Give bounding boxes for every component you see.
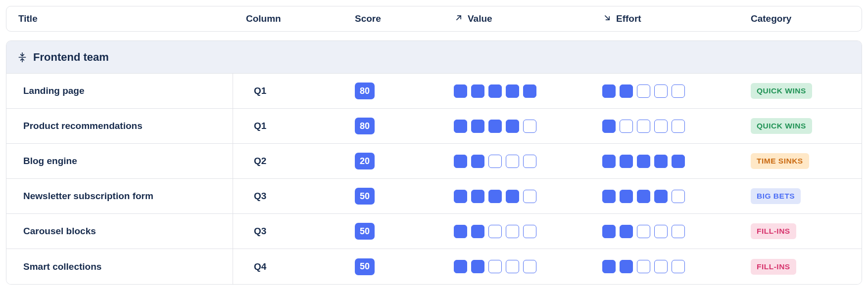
cell-score[interactable]: 50 (355, 258, 454, 275)
effort-box[interactable] (602, 225, 616, 238)
cell-value[interactable] (454, 155, 602, 168)
effort-box[interactable] (637, 84, 650, 98)
value-box[interactable] (506, 190, 519, 203)
cell-value[interactable] (454, 190, 602, 203)
effort-box[interactable] (654, 120, 668, 133)
cell-category[interactable]: FILL-INS (751, 223, 850, 239)
effort-box[interactable] (672, 225, 685, 238)
table-row[interactable]: Newsletter subscription formQ350BIG BETS (6, 179, 862, 214)
cell-effort[interactable] (602, 155, 751, 168)
cell-title[interactable]: Newsletter subscription form (18, 191, 246, 202)
cell-category[interactable]: TIME SINKS (751, 153, 850, 169)
effort-box[interactable] (602, 260, 616, 273)
value-box[interactable] (506, 225, 519, 238)
cell-score[interactable]: 80 (355, 83, 454, 99)
cell-title[interactable]: Landing page (18, 85, 246, 96)
effort-box[interactable] (637, 190, 650, 203)
effort-box[interactable] (620, 155, 633, 168)
effort-box[interactable] (637, 260, 650, 273)
value-box[interactable] (506, 260, 519, 273)
value-box[interactable] (523, 120, 536, 133)
effort-box[interactable] (654, 190, 668, 203)
value-box[interactable] (523, 155, 536, 168)
cell-effort[interactable] (602, 120, 751, 133)
value-box[interactable] (488, 120, 502, 133)
table-row[interactable]: Landing pageQ180QUICK WINS (6, 74, 862, 109)
cell-column[interactable]: Q4 (246, 261, 355, 272)
value-box[interactable] (488, 155, 502, 168)
header-value[interactable]: Value (454, 13, 602, 25)
effort-box[interactable] (672, 120, 685, 133)
header-category[interactable]: Category (751, 13, 850, 24)
cell-column[interactable]: Q3 (246, 226, 355, 237)
effort-box[interactable] (620, 84, 633, 98)
value-box[interactable] (523, 84, 536, 98)
effort-box[interactable] (620, 120, 633, 133)
table-row[interactable]: Blog engineQ220TIME SINKS (6, 144, 862, 179)
cell-effort[interactable] (602, 190, 751, 203)
cell-column[interactable]: Q1 (246, 121, 355, 131)
effort-box[interactable] (602, 155, 616, 168)
cell-value[interactable] (454, 84, 602, 98)
value-box[interactable] (471, 120, 484, 133)
effort-box[interactable] (637, 225, 650, 238)
effort-box[interactable] (637, 120, 650, 133)
value-box[interactable] (454, 260, 467, 273)
cell-effort[interactable] (602, 84, 751, 98)
table-row[interactable]: Product recommendationsQ180QUICK WINS (6, 109, 862, 144)
header-title[interactable]: Title (18, 13, 246, 24)
value-box[interactable] (471, 84, 484, 98)
value-box[interactable] (454, 155, 467, 168)
effort-box[interactable] (620, 225, 633, 238)
effort-box[interactable] (654, 225, 668, 238)
effort-box[interactable] (672, 190, 685, 203)
cell-category[interactable]: FILL-INS (751, 259, 850, 275)
value-box[interactable] (488, 260, 502, 273)
value-box[interactable] (488, 190, 502, 203)
cell-value[interactable] (454, 260, 602, 273)
effort-box[interactable] (602, 120, 616, 133)
value-box[interactable] (454, 84, 467, 98)
effort-box[interactable] (672, 260, 685, 273)
cell-effort[interactable] (602, 260, 751, 273)
cell-score[interactable]: 50 (355, 188, 454, 205)
cell-column[interactable]: Q3 (246, 191, 355, 202)
cell-title[interactable]: Smart collections (18, 261, 246, 272)
effort-box[interactable] (654, 155, 668, 168)
cell-column[interactable]: Q1 (246, 85, 355, 96)
header-effort[interactable]: Effort (602, 13, 751, 25)
value-box[interactable] (488, 84, 502, 98)
cell-title[interactable]: Carousel blocks (18, 226, 246, 237)
cell-score[interactable]: 80 (355, 118, 454, 134)
value-box[interactable] (471, 155, 484, 168)
cell-category[interactable]: QUICK WINS (751, 83, 850, 99)
cell-title[interactable]: Blog engine (18, 156, 246, 167)
effort-box[interactable] (620, 260, 633, 273)
value-box[interactable] (454, 225, 467, 238)
cell-category[interactable]: QUICK WINS (751, 118, 850, 134)
value-box[interactable] (523, 225, 536, 238)
value-box[interactable] (471, 260, 484, 273)
effort-box[interactable] (620, 190, 633, 203)
value-box[interactable] (471, 225, 484, 238)
cell-effort[interactable] (602, 225, 751, 238)
value-box[interactable] (454, 190, 467, 203)
effort-box[interactable] (672, 155, 685, 168)
effort-box[interactable] (602, 190, 616, 203)
effort-box[interactable] (654, 260, 668, 273)
value-box[interactable] (471, 190, 484, 203)
table-row[interactable]: Carousel blocksQ350FILL-INS (6, 214, 862, 249)
value-box[interactable] (506, 155, 519, 168)
value-box[interactable] (523, 190, 536, 203)
value-box[interactable] (506, 84, 519, 98)
collapse-icon[interactable] (17, 52, 27, 63)
cell-category[interactable]: BIG BETS (751, 188, 850, 204)
effort-box[interactable] (637, 155, 650, 168)
value-box[interactable] (454, 120, 467, 133)
cell-value[interactable] (454, 120, 602, 133)
value-box[interactable] (488, 225, 502, 238)
cell-score[interactable]: 20 (355, 153, 454, 169)
cell-column[interactable]: Q2 (246, 156, 355, 167)
table-row[interactable]: Smart collectionsQ450FILL-INS (6, 249, 862, 284)
value-box[interactable] (523, 260, 536, 273)
